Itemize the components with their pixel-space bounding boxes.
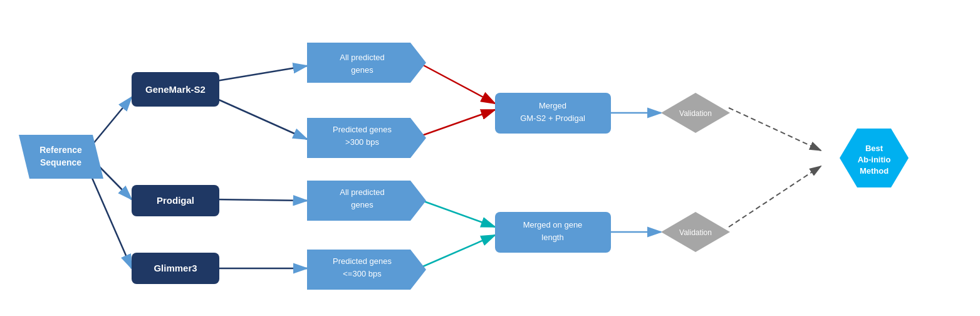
gm-300bps-node: Predicted genes >300 bps xyxy=(307,118,426,158)
svg-text:GeneMark-S2: GeneMark-S2 xyxy=(145,84,206,95)
svg-text:Merged: Merged xyxy=(539,101,566,110)
svg-text:<=300 bps: <=300 bps xyxy=(343,269,382,278)
svg-text:Best: Best xyxy=(865,144,884,153)
svg-text:Predicted genes: Predicted genes xyxy=(333,125,392,134)
svg-text:GM-S2 + Prodigal: GM-S2 + Prodigal xyxy=(520,113,585,123)
reference-node: Reference Sequence xyxy=(19,135,103,179)
svg-text:Method: Method xyxy=(860,166,889,176)
svg-line-4 xyxy=(93,97,132,144)
svg-line-17 xyxy=(729,108,821,150)
svg-text:Validation: Validation xyxy=(679,109,712,118)
merged-gm-prodigal-node: Merged GM-S2 + Prodigal xyxy=(495,93,611,134)
svg-marker-19 xyxy=(19,135,103,179)
svg-marker-28 xyxy=(307,43,426,83)
svg-line-14 xyxy=(419,235,495,268)
svg-text:Predicted genes: Predicted genes xyxy=(333,256,392,266)
svg-line-7 xyxy=(213,66,307,82)
gm-all-genes-node: All predicted genes xyxy=(307,43,426,83)
svg-text:>300 bps: >300 bps xyxy=(345,137,379,147)
svg-text:All predicted: All predicted xyxy=(340,53,385,62)
svg-text:Sequence: Sequence xyxy=(40,157,81,167)
pro-all-genes-node: All predicted genes xyxy=(307,181,426,221)
svg-line-11 xyxy=(419,63,495,103)
gli-300bps-node: Predicted genes <=300 bps xyxy=(307,250,426,290)
svg-text:Merged on gene: Merged on gene xyxy=(523,220,583,229)
svg-line-13 xyxy=(419,199,495,227)
svg-line-6 xyxy=(88,168,132,268)
svg-line-9 xyxy=(213,199,307,201)
svg-text:Glimmer3: Glimmer3 xyxy=(154,263,197,273)
svg-text:genes: genes xyxy=(351,65,373,75)
prodigal-node: Prodigal xyxy=(132,185,219,216)
best-method-node: Best Ab-initio Method xyxy=(840,129,909,187)
svg-text:Validation: Validation xyxy=(679,228,712,237)
svg-text:length: length xyxy=(541,233,563,242)
svg-text:genes: genes xyxy=(351,200,373,209)
genemark-node: GeneMark-S2 xyxy=(132,72,219,107)
svg-text:Ab-initio: Ab-initio xyxy=(858,155,891,164)
svg-text:All predicted: All predicted xyxy=(340,187,385,197)
svg-text:Prodigal: Prodigal xyxy=(157,195,194,206)
svg-line-8 xyxy=(213,97,307,139)
merged-gene-length-node: Merged on gene length xyxy=(495,212,611,253)
svg-text:Reference: Reference xyxy=(39,145,82,155)
glimmer-node: Glimmer3 xyxy=(132,253,219,284)
validation2-node: Validation xyxy=(661,212,730,252)
validation1-node: Validation xyxy=(661,93,730,133)
svg-line-18 xyxy=(729,166,821,227)
svg-line-12 xyxy=(419,110,495,137)
